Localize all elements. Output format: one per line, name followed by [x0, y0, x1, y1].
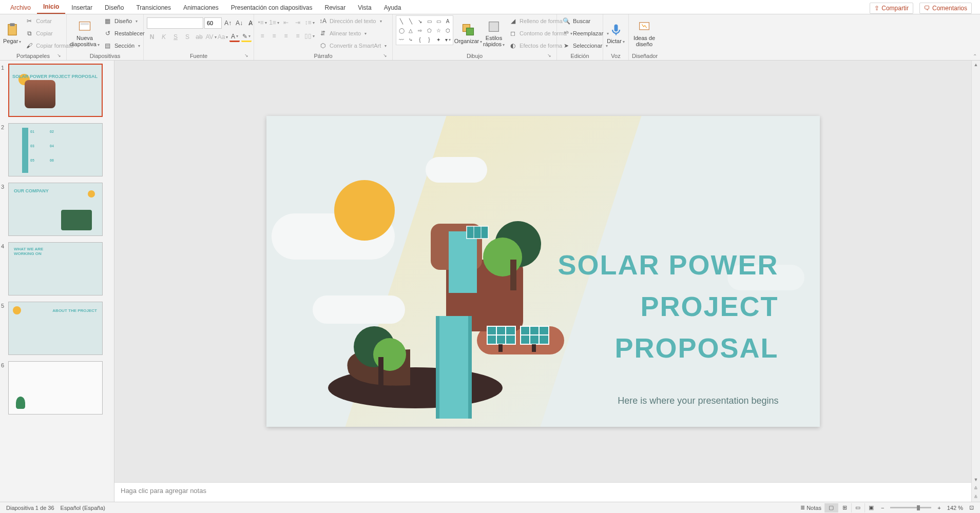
columns-button[interactable]: ▯▯ [304, 31, 315, 41]
dialog-launcher-icon[interactable]: ↘ [382, 53, 388, 59]
shape-text[interactable]: A [444, 17, 452, 25]
text-direction-button[interactable]: ↕ADirección del texto [317, 15, 389, 27]
shape-tri[interactable]: △ [407, 26, 415, 34]
tab-animations[interactable]: Animaciones [177, 2, 225, 14]
shapes-gallery[interactable]: ╲ ╲ ↘ ▭ ▭ A ◯ △ ⇨ ⬠ ☆ ⬡ 〰 ⤷ { } ✦ ▾ [396, 15, 453, 45]
font-color-button[interactable]: A [229, 32, 240, 42]
zoom-out-button[interactable]: − [878, 505, 887, 511]
section-button[interactable]: ▤Sección [102, 40, 147, 51]
language-status[interactable]: Español (España) [57, 505, 108, 511]
next-slide-icon[interactable]: ≚ [972, 493, 980, 502]
tab-insert[interactable]: Insertar [65, 2, 99, 14]
shadow-button[interactable]: S [182, 32, 193, 42]
shape-curve[interactable]: 〰 [397, 35, 406, 44]
smartart-button[interactable]: ⬡Convertir a SmartArt [317, 40, 389, 51]
slide-thumbnail[interactable] [8, 361, 103, 415]
share-button[interactable]: ⇪Compartir [870, 3, 913, 14]
increase-font-button[interactable]: A↑ [223, 18, 233, 28]
zoom-slider[interactable] [890, 507, 931, 508]
slide-thumbnail[interactable]: OUR COMPANY [8, 183, 103, 236]
slide-position-status[interactable]: Diapositiva 1 de 36 [3, 505, 57, 511]
decrease-font-button[interactable]: A↓ [234, 18, 244, 28]
align-left-button[interactable]: ≡ [257, 31, 267, 41]
slide-subtitle[interactable]: Here is where your presentation begins [618, 396, 778, 406]
dialog-launcher-icon[interactable]: ↘ [546, 53, 552, 59]
tab-help[interactable]: Ayuda [378, 2, 408, 14]
dialog-launcher-icon[interactable]: ↘ [56, 53, 62, 59]
numbering-button[interactable]: 1≡ [269, 17, 279, 28]
bold-button[interactable]: N [147, 32, 157, 42]
tab-file[interactable]: Archivo [4, 2, 37, 14]
slide-title[interactable]: SOLAR POWER PROJECT PROPOSAL [558, 244, 778, 369]
slideshow-view-button[interactable]: ▣ [864, 503, 878, 512]
shape-callout[interactable]: ✦ [434, 35, 443, 44]
align-text-button[interactable]: ⇵Alinear texto [317, 28, 389, 39]
new-slide-button[interactable]: Nueva diapositiva [70, 15, 100, 51]
align-center-button[interactable]: ≡ [269, 31, 279, 41]
zoom-slider-thumb[interactable] [917, 505, 920, 510]
scrollbar-track[interactable] [972, 69, 980, 476]
slide-canvas[interactable]: SOLAR POWER PROJECT PROPOSAL Here is whe… [266, 116, 820, 427]
prev-slide-icon[interactable]: ≙ [972, 484, 980, 493]
tab-view[interactable]: Vista [352, 2, 377, 14]
shape-star[interactable]: ☆ [434, 26, 443, 34]
shape-line[interactable]: ╲ [397, 17, 406, 25]
highlight-button[interactable]: ✎ [241, 32, 252, 42]
comments-button[interactable]: 🗨Comentarios [919, 3, 972, 14]
strikethrough-button[interactable]: ab [194, 32, 204, 42]
normal-view-button[interactable]: ▢ [824, 503, 838, 512]
font-size-input[interactable] [204, 17, 222, 29]
scroll-down-icon[interactable]: ▼ [972, 476, 980, 484]
slide-thumbnail[interactable]: 01 02 03 04 05 06 [8, 123, 103, 176]
zoom-in-button[interactable]: + [934, 505, 944, 511]
reset-button[interactable]: ↺Restablecer [102, 28, 147, 39]
collapse-ribbon-button[interactable]: ⌃ [973, 53, 977, 59]
increase-indent-button[interactable]: ⇥ [293, 17, 303, 28]
scroll-up-icon[interactable]: ▲ [972, 61, 980, 69]
shape-brace[interactable]: { [416, 35, 424, 44]
line-spacing-button[interactable]: ↕≡ [304, 17, 315, 28]
shapes-more[interactable]: ▾ [444, 35, 452, 44]
shape-rect[interactable]: ▭ [425, 17, 433, 25]
shape-connector[interactable]: ⤷ [407, 35, 415, 44]
notes-toggle-button[interactable]: ≣Notas [797, 504, 824, 511]
design-ideas-button[interactable]: Ideas de diseño [632, 15, 657, 51]
paste-button[interactable]: Pegar [3, 15, 21, 51]
bullets-button[interactable]: •≡ [257, 17, 267, 28]
change-case-button[interactable]: Aa [218, 32, 228, 42]
italic-button[interactable]: K [159, 32, 169, 42]
shape-arrowr[interactable]: ⇨ [416, 26, 424, 34]
shape-rect2[interactable]: ▭ [434, 17, 443, 25]
font-name-input[interactable] [147, 17, 203, 29]
tab-home[interactable]: Inicio [37, 1, 65, 14]
shape-arrow[interactable]: ↘ [416, 17, 424, 25]
char-spacing-button[interactable]: AV [206, 32, 216, 42]
shape-oval[interactable]: ◯ [397, 26, 406, 34]
dialog-launcher-icon[interactable]: ↘ [243, 53, 249, 59]
layout-button[interactable]: ▦Diseño [102, 15, 147, 27]
justify-button[interactable]: ≡ [293, 31, 303, 41]
slide-thumbnail-panel[interactable]: 1 SOLAR POWER PROJECT PROPOSAL 2 01 02 0… [0, 61, 114, 502]
vertical-scrollbar[interactable]: ▲ ▼ ≙ ≚ [971, 61, 980, 502]
zoom-level-button[interactable]: 142 % [944, 505, 966, 511]
tab-design[interactable]: Diseño [99, 2, 130, 14]
shape-brace2[interactable]: } [425, 35, 433, 44]
reading-view-button[interactable]: ▭ [851, 503, 864, 512]
slide-thumbnail[interactable]: ABOUT THE PROJECT [8, 302, 103, 355]
decrease-indent-button[interactable]: ⇤ [281, 17, 291, 28]
underline-button[interactable]: S [170, 32, 181, 42]
fit-window-button[interactable]: ⊡ [966, 504, 977, 511]
tab-review[interactable]: Revisar [318, 2, 352, 14]
shape-hex[interactable]: ⬡ [444, 26, 452, 34]
align-right-button[interactable]: ≡ [281, 31, 291, 41]
shape-line2[interactable]: ╲ [407, 17, 415, 25]
tab-slideshow[interactable]: Presentación con diapositivas [225, 2, 319, 14]
shape-poly[interactable]: ⬠ [425, 26, 433, 34]
slide-thumbnail[interactable]: SOLAR POWER PROJECT PROPOSAL [8, 64, 103, 117]
quick-styles-button[interactable]: Estilos rápidos [483, 15, 505, 51]
dictate-button[interactable]: Dictar [606, 15, 625, 51]
sorter-view-button[interactable]: ⊞ [838, 503, 851, 512]
tab-transitions[interactable]: Transiciones [130, 2, 177, 14]
slide-thumbnail[interactable]: WHAT WE ARE WORKING ON [8, 242, 103, 295]
notes-pane[interactable]: Haga clic para agregar notas [114, 482, 971, 502]
